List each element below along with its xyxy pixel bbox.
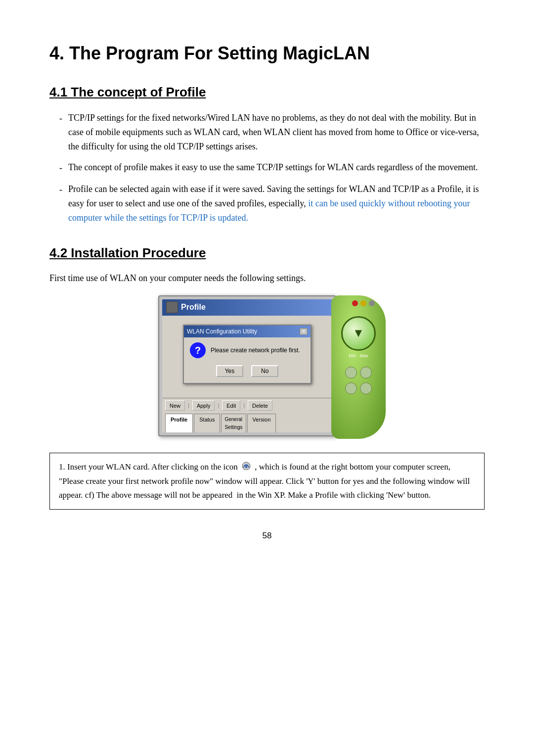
bullet-text-3: Profile can be selected again with ease … bbox=[68, 182, 485, 225]
question-icon: ? bbox=[190, 342, 206, 358]
device-knob bbox=[341, 316, 376, 351]
list-item: - The concept of profile makes it easy t… bbox=[59, 160, 485, 175]
dot-gray bbox=[369, 300, 375, 306]
device-btn-2 bbox=[360, 367, 372, 378]
profile-screenshot: Profile WLAN Configuration Utility ✕ ? P… bbox=[49, 295, 485, 439]
list-item: - Profile can be selected again with eas… bbox=[59, 182, 485, 225]
tab-general-settings[interactable]: GeneralSettings bbox=[221, 414, 246, 432]
note-text: 1. Insert your WLAN card. After clicking… bbox=[59, 462, 470, 500]
device-btn-4 bbox=[360, 382, 372, 394]
section-42-title: 4.2 Installation Procedure bbox=[49, 243, 485, 263]
dot-red bbox=[352, 300, 358, 306]
device-btn-3 bbox=[345, 382, 357, 394]
tab-version[interactable]: Version bbox=[247, 414, 276, 432]
new-button[interactable]: New bbox=[165, 400, 185, 411]
section-41-bullets: - TCP/IP settings for the fixed networks… bbox=[59, 111, 485, 225]
profile-title: Profile bbox=[181, 301, 206, 314]
bullet-dash: - bbox=[59, 161, 62, 175]
section-42-intro: First time use of WLAN on your computer … bbox=[49, 272, 485, 285]
list-item: - TCP/IP settings for the fixed networks… bbox=[59, 111, 485, 153]
profile-toolbar: New | Apply | Edit | Delete bbox=[162, 398, 332, 412]
dialog-no-button[interactable]: No bbox=[251, 365, 278, 377]
tab-status[interactable]: Status bbox=[194, 414, 220, 432]
page-number: 58 bbox=[49, 529, 485, 542]
dialog-titlebar: WLAN Configuration Utility ✕ bbox=[184, 326, 311, 338]
dialog-title: WLAN Configuration Utility bbox=[187, 327, 257, 336]
device-dots bbox=[352, 300, 375, 306]
bullet-text-1: TCP/IP settings for the fixed networks/W… bbox=[68, 111, 485, 153]
profile-tabs: Profile Status GeneralSettings Version bbox=[162, 412, 332, 432]
dialog-content: ? Please create network profile first. bbox=[190, 342, 305, 358]
dialog-buttons: Yes No bbox=[190, 365, 305, 377]
dialog-box: WLAN Configuration Utility ✕ ? Please cr… bbox=[183, 325, 312, 384]
bullet-dash: - bbox=[59, 111, 62, 153]
chapter-title: 4. The Program For Setting MagicLAN bbox=[49, 40, 485, 67]
wlan-icon bbox=[241, 461, 252, 474]
dialog-message: Please create network profile first. bbox=[211, 346, 300, 355]
dialog-close-button[interactable]: ✕ bbox=[300, 328, 308, 335]
profile-body: WLAN Configuration Utility ✕ ? Please cr… bbox=[162, 316, 332, 398]
minmax-label: Min Max bbox=[349, 353, 368, 360]
svg-point-1 bbox=[245, 466, 247, 468]
delete-button[interactable]: Delete bbox=[248, 400, 272, 411]
apply-button[interactable]: Apply bbox=[192, 400, 215, 411]
profile-titlebar: Profile bbox=[162, 299, 332, 316]
dot-yellow bbox=[360, 300, 366, 306]
bullet-dash: - bbox=[59, 183, 62, 225]
tab-profile[interactable]: Profile bbox=[165, 414, 193, 432]
device-small-buttons bbox=[345, 367, 372, 378]
green-device: Min Max bbox=[331, 295, 386, 439]
note-box: 1. Insert your WLAN card. After clicking… bbox=[49, 453, 485, 510]
highlight-text: it can be used quickly without rebooting… bbox=[68, 198, 470, 223]
device-btn-1 bbox=[345, 367, 357, 378]
edit-button[interactable]: Edit bbox=[222, 400, 240, 411]
section-41-title: 4.1 The concept of Profile bbox=[49, 82, 485, 102]
bullet-text-2: The concept of profile makes it easy to … bbox=[68, 160, 478, 175]
dialog-yes-button[interactable]: Yes bbox=[216, 365, 244, 377]
device-small-buttons-2 bbox=[345, 382, 372, 394]
profile-icon bbox=[166, 301, 178, 313]
